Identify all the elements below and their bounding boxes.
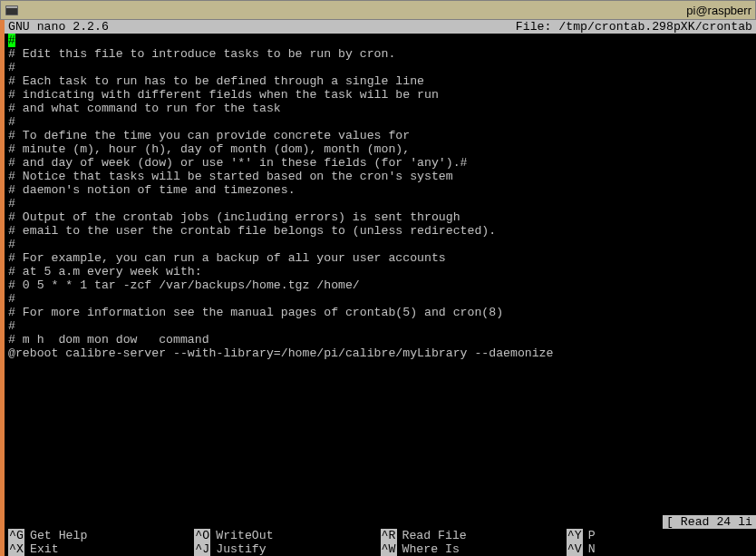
cursor: # <box>8 34 15 47</box>
terminal-icon <box>5 3 19 17</box>
titlebar-text: pi@raspberr <box>686 4 751 17</box>
file-line: # 0 5 * * 1 tar -zcf /var/backups/home.t… <box>8 278 752 292</box>
file-line: # For example, you can run a backup of a… <box>8 251 752 265</box>
nano-shortcuts: ^GGet Help ^OWriteOut ^RRead File ^YP ^X… <box>5 529 756 556</box>
shortcut-where-is[interactable]: ^WWhere Is <box>381 542 567 556</box>
file-line: # <box>8 61 752 74</box>
file-line: # <box>8 319 752 333</box>
file-line: # at 5 a.m every week with: <box>8 265 752 278</box>
app-name: GNU nano 2.2.6 <box>8 20 109 34</box>
window-titlebar: pi@raspberr <box>0 0 756 20</box>
file-line: # daemon's notion of time and timezones. <box>8 183 752 197</box>
file-line: # email to the user the crontab file bel… <box>8 224 752 238</box>
file-line: # For more information see the manual pa… <box>8 306 752 319</box>
status-message: [ Read 24 li <box>663 515 756 529</box>
shortcut-writeout[interactable]: ^OWriteOut <box>194 529 380 542</box>
svg-rect-1 <box>6 6 17 8</box>
file-line: # indicating with different fields when … <box>8 88 752 102</box>
shortcut-next-page[interactable]: ^VN <box>567 542 752 556</box>
file-line: # Edit this file to introduce tasks to b… <box>8 47 752 61</box>
file-line: # <box>8 34 752 47</box>
file-line: # minute (m), hour (h), day of month (do… <box>8 142 752 156</box>
file-line: # <box>8 238 752 251</box>
shortcut-read-file[interactable]: ^RRead File <box>381 529 567 542</box>
file-line: # <box>8 115 752 129</box>
file-line: # <box>8 292 752 306</box>
shortcut-justify[interactable]: ^JJustify <box>194 542 380 556</box>
file-line: @reboot calibre-server --with-library=/h… <box>8 346 752 360</box>
shortcut-prev-page[interactable]: ^YP <box>567 529 752 542</box>
file-line: # m h dom mon dow command <box>8 333 752 346</box>
file-line: # and what command to run for the task <box>8 102 752 115</box>
file-line: # <box>8 197 752 210</box>
shortcut-get-help[interactable]: ^GGet Help <box>8 529 194 542</box>
editor-content[interactable]: # # Edit this file to introduce tasks to… <box>5 34 756 360</box>
shortcut-exit[interactable]: ^XExit <box>8 542 194 556</box>
file-line: # Notice that tasks will be started base… <box>8 170 752 183</box>
file-line: # Each task to run has to be defined thr… <box>8 74 752 88</box>
nano-header: GNU nano 2.2.6 File: /tmp/crontab.298pXK… <box>5 20 756 34</box>
file-line: # Output of the crontab jobs (including … <box>8 210 752 224</box>
file-path: File: /tmp/crontab.298pXK/crontab <box>516 20 752 34</box>
terminal-window[interactable]: GNU nano 2.2.6 File: /tmp/crontab.298pXK… <box>5 20 756 556</box>
file-line: # and day of week (dow) or use '*' in th… <box>8 156 752 170</box>
file-line: # To define the time you can provide con… <box>8 129 752 142</box>
